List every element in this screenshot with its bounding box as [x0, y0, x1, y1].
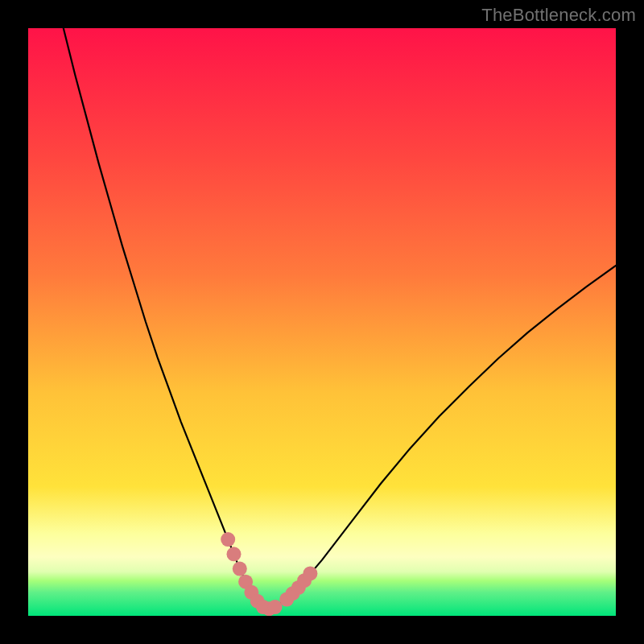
chart-frame: TheBottleneck.com [0, 0, 644, 644]
highlight-marker [227, 547, 242, 561]
watermark-text: TheBottleneck.com [481, 5, 636, 26]
highlight-marker [221, 532, 235, 547]
highlight-marker [303, 566, 317, 580]
chart-plot-area [28, 28, 616, 616]
gradient-background [28, 28, 616, 616]
highlight-marker [233, 562, 247, 576]
chart-svg [28, 28, 616, 616]
